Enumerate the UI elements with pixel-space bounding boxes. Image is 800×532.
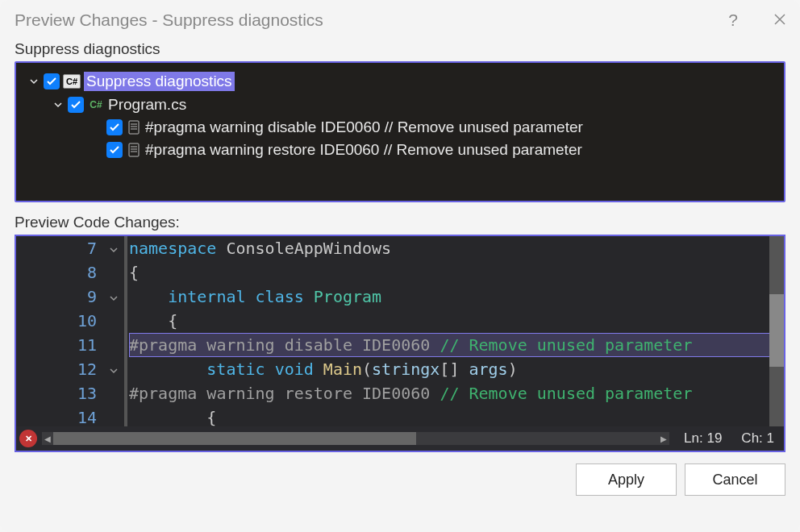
document-icon (126, 120, 142, 135)
code-footer: ✕ ◀ ▶ Ln: 19 Ch: 1 (16, 426, 784, 451)
code-section-label: Preview Code Changes: (15, 214, 785, 231)
expand-icon[interactable] (27, 75, 40, 88)
status-line: Ln: 19 (674, 430, 731, 447)
tree-file-label: Program.cs (108, 96, 186, 114)
fold-icon[interactable] (105, 236, 123, 260)
apply-button[interactable]: Apply (576, 463, 677, 496)
expand-icon[interactable] (52, 98, 65, 111)
tree-change-item[interactable]: #pragma warning restore IDE0060 // Remov… (27, 139, 777, 161)
dialog-window: Preview Changes - Suppress diagnostics ?… (0, 0, 800, 532)
line-gutter: 7891011121314 (16, 236, 105, 430)
code-lines[interactable]: namespace ConsoleAppWindows{ internal cl… (129, 236, 784, 430)
titlebar-controls: ? (728, 10, 785, 30)
code-line[interactable]: static void Main(stringx[] args) (129, 357, 784, 381)
help-icon[interactable]: ? (728, 10, 738, 30)
code-line[interactable]: #pragma warning restore IDE0060 // Remov… (129, 381, 784, 405)
button-row: Apply Cancel (15, 463, 785, 496)
svg-rect-4 (129, 143, 139, 156)
error-count-icon[interactable]: ✕ (19, 430, 37, 447)
status-column: Ch: 1 (731, 430, 784, 447)
change-indicator (123, 236, 129, 430)
fold-column (105, 236, 123, 430)
tree-section-label: Suppress diagnostics (15, 40, 785, 58)
checkbox[interactable] (106, 119, 123, 135)
code-line[interactable]: #pragma warning disable IDE0060 // Remov… (129, 333, 784, 357)
changes-tree: C# Suppress diagnostics C# Program.cs (15, 61, 785, 202)
close-icon[interactable] (774, 12, 785, 29)
fold-icon[interactable] (105, 357, 123, 381)
tree-root-label: Suppress diagnostics (84, 72, 235, 91)
csharp-file-icon: C# (87, 98, 105, 112)
tree-change-item[interactable]: #pragma warning disable IDE0060 // Remov… (27, 116, 777, 139)
code-line[interactable]: namespace ConsoleAppWindows (129, 236, 784, 260)
tree-root-item[interactable]: C# Suppress diagnostics (27, 69, 777, 94)
code-line[interactable]: { (129, 309, 784, 333)
scroll-left-arrow[interactable]: ◀ (42, 432, 53, 445)
vertical-scrollbar[interactable] (769, 236, 784, 426)
titlebar: Preview Changes - Suppress diagnostics ? (0, 0, 800, 40)
vertical-scrollbar-thumb[interactable] (769, 294, 784, 367)
checkbox[interactable] (106, 142, 123, 158)
dialog-content: Suppress diagnostics C# Suppress diagnos… (0, 40, 800, 532)
svg-rect-0 (129, 121, 139, 134)
checkbox[interactable] (68, 97, 84, 113)
cancel-button[interactable]: Cancel (685, 463, 785, 496)
code-line[interactable]: { (129, 260, 784, 285)
code-area[interactable]: 7891011121314 namespace ConsoleAppWindow… (16, 236, 784, 430)
tree-change-label: #pragma warning restore IDE0060 // Remov… (145, 141, 582, 159)
tree-change-label: #pragma warning disable IDE0060 // Remov… (145, 118, 583, 136)
fold-icon[interactable] (105, 285, 123, 309)
window-title: Preview Changes - Suppress diagnostics (15, 10, 728, 30)
code-preview: 7891011121314 namespace ConsoleAppWindow… (15, 235, 785, 452)
checkbox[interactable] (44, 73, 60, 89)
document-icon (126, 143, 142, 157)
csharp-badge-icon: C# (63, 74, 81, 89)
scroll-right-arrow[interactable]: ▶ (658, 432, 669, 445)
horizontal-scrollbar[interactable]: ◀ ▶ (42, 432, 669, 445)
code-line[interactable]: internal class Program (129, 285, 784, 309)
tree-file-item[interactable]: C# Program.cs (27, 94, 777, 116)
horizontal-scrollbar-thumb[interactable] (53, 432, 416, 445)
